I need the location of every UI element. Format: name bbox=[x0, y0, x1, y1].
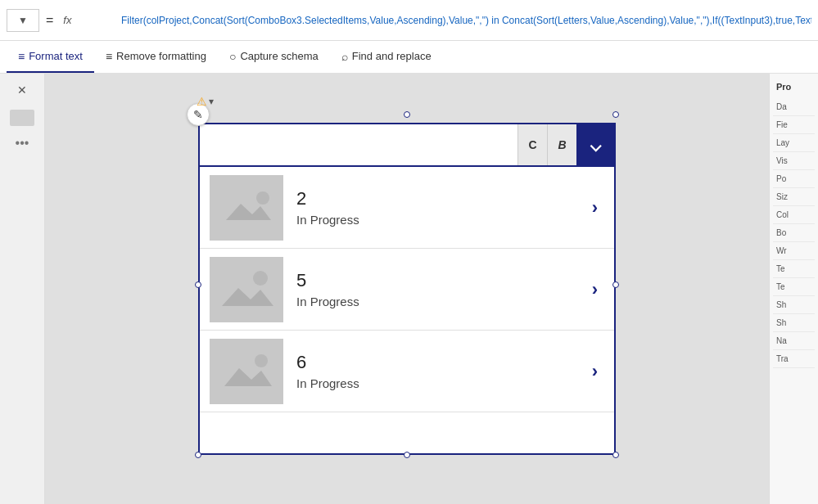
selection-handle-bottom-right[interactable] bbox=[612, 452, 619, 458]
right-panel-item-bo[interactable]: Bo bbox=[773, 224, 815, 242]
right-panel-item-na[interactable]: Na bbox=[773, 332, 815, 350]
right-panel-item-tra[interactable]: Tra bbox=[773, 350, 815, 368]
combo-buttons: C B ⌵ bbox=[517, 124, 614, 165]
right-panel-title: Pro bbox=[773, 80, 815, 93]
right-panel-item-lay[interactable]: Lay bbox=[773, 134, 815, 152]
gallery-item-number-1: 2 bbox=[296, 188, 579, 209]
remove-formatting-button[interactable]: ≡ Remove formatting bbox=[94, 41, 218, 73]
gallery-item-status-3: In Progress bbox=[296, 376, 579, 390]
gallery-item-number-2: 5 bbox=[296, 270, 579, 291]
right-panel-item-po[interactable]: Po bbox=[773, 170, 815, 188]
capture-schema-label: Capture schema bbox=[240, 50, 318, 62]
gallery-item-image-1 bbox=[210, 175, 283, 241]
left-panel: ✕ ••• bbox=[0, 74, 45, 504]
combo-search-input[interactable] bbox=[200, 124, 517, 165]
selection-handle-bottom[interactable] bbox=[404, 452, 410, 458]
svg-point-5 bbox=[255, 354, 268, 367]
gallery-item-status-1: In Progress bbox=[296, 213, 579, 227]
left-panel-button-1[interactable] bbox=[10, 110, 34, 126]
gallery-container: C B ⌵ bbox=[198, 123, 616, 455]
formula-equals: = bbox=[43, 13, 56, 28]
svg-rect-0 bbox=[210, 175, 283, 241]
more-options-icon[interactable]: ••• bbox=[16, 136, 29, 151]
main-area: ✕ ••• ⚠ ▾ ✎ bbox=[0, 74, 818, 504]
pencil-icon: ✎ bbox=[193, 108, 203, 121]
canvas-area[interactable]: ⚠ ▾ ✎ C bbox=[45, 74, 769, 504]
warning-indicator: ⚠ ▾ bbox=[197, 95, 214, 108]
formula-bar-left: ▼ = fx bbox=[7, 9, 113, 32]
gallery-item-content-3: 6 In Progress bbox=[283, 352, 592, 390]
formula-bar: ▼ = fx Filter(colProject,Concat(Sort(Com… bbox=[0, 0, 818, 41]
format-text-label: Format text bbox=[29, 50, 83, 62]
right-panel-item-wr[interactable]: Wr bbox=[773, 242, 815, 260]
right-panel-item-fie[interactable]: Fie bbox=[773, 116, 815, 134]
formula-fx-icon: fx bbox=[60, 14, 75, 26]
remove-formatting-icon: ≡ bbox=[106, 50, 112, 63]
right-panel: Pro Da Fie Lay Vis Po Siz Col Bo Wr Te T… bbox=[769, 74, 818, 504]
formula-dropdown[interactable]: ▼ bbox=[7, 9, 39, 32]
combo-c-button[interactable]: C bbox=[517, 124, 547, 165]
format-text-button[interactable]: ≡ Format text bbox=[7, 41, 94, 73]
selection-handle-top-right[interactable] bbox=[612, 111, 619, 118]
gallery-item-content-2: 5 In Progress bbox=[283, 270, 592, 308]
gallery-item-arrow-3: › bbox=[592, 361, 598, 382]
capture-schema-icon: ○ bbox=[229, 50, 236, 63]
selection-handle-top[interactable] bbox=[404, 111, 410, 118]
close-button[interactable]: ✕ bbox=[12, 80, 32, 100]
remove-formatting-label: Remove formatting bbox=[116, 50, 206, 62]
right-panel-item-vis[interactable]: Vis bbox=[773, 152, 815, 170]
formula-text: Filter(colProject,Concat(Sort(ComboBox3.… bbox=[121, 15, 811, 26]
chevron-down-icon: ⌵ bbox=[590, 133, 601, 156]
capture-schema-button[interactable]: ○ Capture schema bbox=[218, 41, 330, 73]
find-replace-icon: ⌕ bbox=[341, 50, 348, 63]
svg-point-1 bbox=[256, 191, 269, 205]
selection-handle-left[interactable] bbox=[195, 281, 201, 288]
combo-bar: C B ⌵ bbox=[200, 124, 614, 167]
selection-handle-bottom-left[interactable] bbox=[195, 452, 201, 458]
right-panel-item-da[interactable]: Da bbox=[773, 98, 815, 116]
right-panel-item-siz[interactable]: Siz bbox=[773, 188, 815, 206]
gallery-item-empty bbox=[200, 412, 614, 453]
right-panel-item-te1[interactable]: Te bbox=[773, 260, 815, 278]
selection-handle-right[interactable] bbox=[612, 281, 619, 288]
formula-input[interactable]: Filter(colProject,Concat(Sort(ComboBox3.… bbox=[118, 13, 811, 28]
gallery-item[interactable]: 6 In Progress › bbox=[200, 331, 614, 412]
gallery-item-status-2: In Progress bbox=[296, 295, 579, 308]
svg-point-3 bbox=[253, 271, 268, 286]
gallery-item-arrow-2: › bbox=[592, 279, 598, 300]
gallery-item[interactable]: 2 In Progress › bbox=[200, 167, 614, 249]
right-panel-item-sh1[interactable]: Sh bbox=[773, 296, 815, 314]
gallery-item-number-3: 6 bbox=[296, 352, 579, 373]
toolbar: ≡ Format text ≡ Remove formatting ○ Capt… bbox=[0, 41, 818, 74]
dropdown-arrow-icon: ▼ bbox=[18, 15, 28, 26]
gallery-item-arrow-1: › bbox=[592, 197, 598, 218]
format-text-icon: ≡ bbox=[18, 50, 25, 63]
svg-rect-2 bbox=[210, 257, 283, 322]
close-icon: ✕ bbox=[17, 83, 27, 97]
warning-icon: ⚠ bbox=[197, 95, 207, 108]
right-panel-item-te2[interactable]: Te bbox=[773, 278, 815, 296]
gallery-item[interactable]: 5 In Progress › bbox=[200, 249, 614, 331]
find-replace-button[interactable]: ⌕ Find and replace bbox=[330, 41, 443, 73]
svg-rect-4 bbox=[210, 339, 283, 404]
gallery-item-image-3 bbox=[210, 339, 283, 404]
warning-chevron-icon: ▾ bbox=[209, 96, 214, 107]
find-replace-label: Find and replace bbox=[352, 50, 432, 62]
right-panel-item-sh2[interactable]: Sh bbox=[773, 314, 815, 332]
combo-b-button[interactable]: B bbox=[547, 124, 576, 165]
gallery-item-content-1: 2 In Progress bbox=[283, 188, 592, 227]
right-panel-item-col[interactable]: Col bbox=[773, 206, 815, 224]
combo-dropdown-button[interactable]: ⌵ bbox=[576, 124, 614, 165]
gallery-item-image-2 bbox=[210, 257, 283, 322]
